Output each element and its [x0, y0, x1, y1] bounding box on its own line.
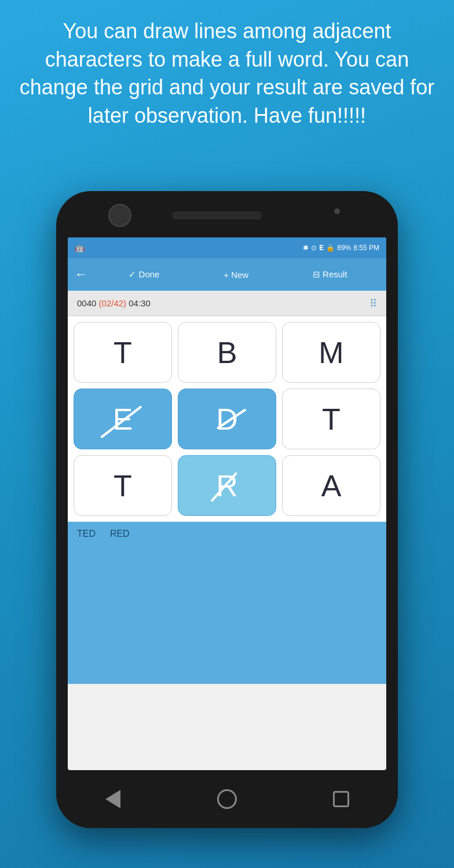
found-word-spacer	[100, 529, 105, 539]
grid-cell-8[interactable]: A	[282, 455, 380, 516]
nav-recents-button[interactable]	[328, 786, 354, 812]
phone-frame: 🤖 ✱ ⊙ E 🔒 89% 8:55 PM ← ✓ Done + New ⊟ R…	[56, 191, 398, 828]
letter-grid: T B M E D	[68, 316, 386, 522]
done-button[interactable]: ✓ Done	[129, 269, 159, 280]
timer-value: 04:30	[129, 298, 151, 308]
phone-led	[334, 208, 340, 214]
words-area: TED RED	[68, 522, 386, 684]
grid-cell-0[interactable]: T	[74, 322, 172, 383]
back-triangle-icon	[105, 790, 120, 808]
cell-letter-M: M	[318, 335, 343, 370]
found-word-1: TED	[77, 529, 96, 539]
signal-text: E	[319, 244, 324, 252]
status-bar-left: 🤖	[75, 243, 85, 252]
grid-cell-6[interactable]: T	[74, 455, 172, 516]
grid-cell-5[interactable]: T	[282, 389, 380, 449]
grid-cell-1[interactable]: B	[178, 322, 276, 383]
battery-percent: 89%	[337, 244, 351, 252]
app-bar-actions: ✓ Done + New ⊟ Result	[97, 269, 379, 280]
recents-square-icon	[333, 791, 349, 807]
cell-letter-D: D	[216, 402, 238, 437]
puzzle-info: 0040 (02/42) 04:30	[77, 298, 151, 308]
back-button[interactable]: ←	[75, 267, 87, 282]
cell-letter-T2: T	[322, 402, 340, 437]
app-bar: ← ✓ Done + New ⊟ Result	[68, 258, 386, 291]
bluetooth-icon: ✱	[303, 244, 309, 252]
cell-letter-E: E	[113, 402, 133, 437]
phone-mockup: 🤖 ✱ ⊙ E 🔒 89% 8:55 PM ← ✓ Done + New ⊟ R…	[56, 191, 398, 828]
cell-letter-R: R	[216, 468, 238, 503]
home-circle-icon	[217, 789, 237, 809]
android-icon: 🤖	[75, 243, 85, 252]
nav-home-button[interactable]	[214, 786, 240, 812]
grid-cell-4[interactable]: D	[178, 389, 276, 449]
status-bar-right: ✱ ⊙ E 🔒 89% 8:55 PM	[303, 244, 379, 252]
cell-letter-T1: T	[114, 335, 132, 370]
phone-camera	[108, 204, 131, 227]
grid-cell-7[interactable]: R	[178, 455, 276, 516]
toolbar: 0040 (02/42) 04:30 ⠿	[68, 291, 386, 316]
nav-back-button[interactable]	[100, 786, 126, 812]
battery-icon: 🔒	[326, 244, 335, 252]
clock-time: 8:55 PM	[353, 244, 379, 252]
new-button[interactable]: + New	[224, 270, 248, 280]
result-button[interactable]: ⊟ Result	[313, 269, 347, 280]
phone-navigation-bar	[56, 770, 398, 828]
phone-speaker	[172, 211, 262, 219]
cell-letter-B: B	[217, 335, 237, 370]
puzzle-progress: (02/42)	[99, 298, 127, 308]
grid-cell-3[interactable]: E	[74, 389, 172, 449]
phone-screen: 🤖 ✱ ⊙ E 🔒 89% 8:55 PM ← ✓ Done + New ⊟ R…	[68, 237, 386, 770]
found-word-2: RED	[110, 529, 130, 539]
grid-options-icon[interactable]: ⠿	[369, 297, 377, 310]
puzzle-id: 0040	[77, 298, 96, 308]
cell-letter-A: A	[321, 468, 342, 503]
cell-letter-T3: T	[114, 468, 132, 503]
grid-cell-2[interactable]: M	[282, 322, 380, 383]
status-bar: 🤖 ✱ ⊙ E 🔒 89% 8:55 PM	[68, 237, 386, 258]
header-description: You can draw lines among adjacent charac…	[0, 0, 454, 141]
alarm-icon: ⊙	[311, 244, 317, 252]
